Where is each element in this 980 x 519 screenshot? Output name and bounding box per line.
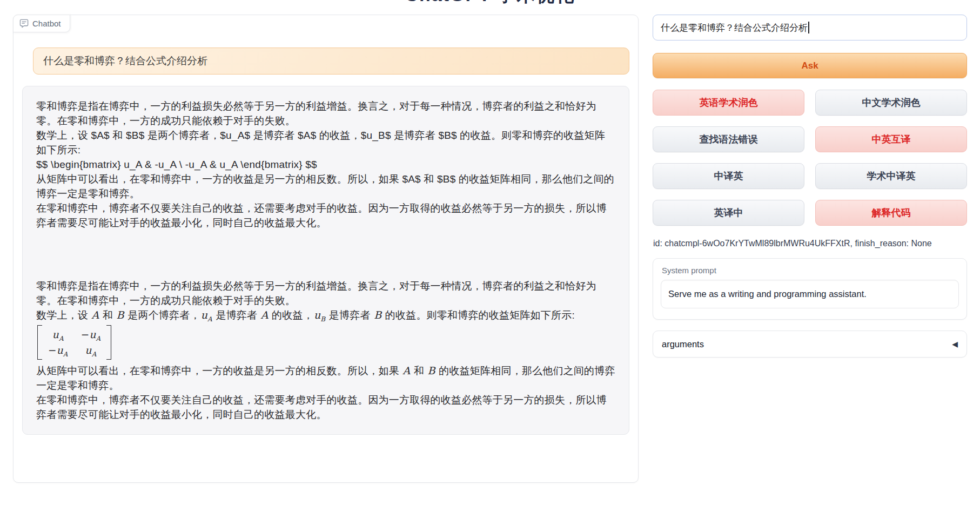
question-input[interactable]: 什么是零和博弈？结合公式介绍分析 <box>653 15 967 41</box>
quick-button-zh-to-en[interactable]: 中译英 <box>653 163 804 189</box>
matrix-cell: −uA <box>48 343 68 358</box>
collapse-arrow-icon: ◀ <box>952 340 958 348</box>
bot-paragraph-with-math: 从矩阵中可以看出，在零和博弈中，一方的收益是另一方的相反数。所以，如果 A 和 … <box>36 363 615 393</box>
chatbot-panel: Chatbot 什么是零和博弈？结合公式介绍分析 零和博弈是指在博弈中，一方的利… <box>13 15 639 483</box>
arguments-accordion-header[interactable]: arguments ◀ <box>653 331 967 358</box>
matrix-grid: uA−uA−uAuA <box>46 325 103 360</box>
system-prompt-group: System prompt Serve me as a writing and … <box>653 258 967 320</box>
system-prompt-label: System prompt <box>662 266 966 275</box>
chatbot-label: Chatbot <box>32 19 61 28</box>
page-title-clipped: ChatGPT 学术优化 <box>0 0 980 5</box>
bot-paragraph: 在零和博弈中，博弈者不仅要关注自己的收益，还需要考虑对手的收益。因为一方取得的收… <box>36 201 615 230</box>
bot-matrix-formula: uA−uA−uAuA <box>36 322 615 363</box>
matrix-cell: uA <box>81 343 101 358</box>
system-prompt-value: Serve me as a writing and programming as… <box>668 289 867 299</box>
bot-paragraph-with-math: 数学上，设 A 和 B 是两个博弈者，uA 是博弈者 A 的收益，uB 是博弈者… <box>36 308 615 322</box>
matrix-right-bracket <box>106 325 111 360</box>
matrix-cell: −uA <box>81 327 101 342</box>
matrix-left-bracket <box>37 325 42 360</box>
quick-button-en-to-zh[interactable]: 英译中 <box>653 200 804 226</box>
chat-bubble-icon <box>19 19 29 28</box>
matrix: uA−uA−uAuA <box>37 325 111 360</box>
matrix-cell: uA <box>48 327 68 342</box>
ask-button[interactable]: Ask <box>653 53 967 78</box>
bot-paragraph: 零和博弈是指在博弈中，一方的利益损失必然等于另一方的利益增益。换言之，对于每一种… <box>36 99 615 128</box>
quick-button-english-polish[interactable]: 英语学术润色 <box>653 90 804 116</box>
quick-button-chinese-polish[interactable]: 中文学术润色 <box>815 90 967 116</box>
bot-latex-source-line: $$ \begin{bmatrix} u_A & -u_A \ -u_A & u… <box>36 157 615 172</box>
quick-button-explain-code[interactable]: 解释代码 <box>815 200 967 226</box>
quick-button-academic-zh-to-en[interactable]: 学术中译英 <box>815 163 967 189</box>
bot-message-bubble: 零和博弈是指在博弈中，一方的利益损失必然等于另一方的利益增益。换言之，对于每一种… <box>22 86 629 435</box>
bot-paragraph: 数学上，设 $A$ 和 $B$ 是两个博弈者，$u_A$ 是博弈者 $A$ 的收… <box>36 128 615 157</box>
chatbot-label-chip: Chatbot <box>13 15 70 32</box>
page-title: ChatGPT 学术优化 <box>405 0 575 5</box>
bot-paragraph: 在零和博弈中，博弈者不仅要关注自己的收益，还需要考虑对手的收益。因为一方取得的收… <box>36 393 615 422</box>
user-message-bubble: 什么是零和博弈？结合公式介绍分析 <box>33 48 629 75</box>
question-input-value: 什么是零和博弈？结合公式介绍分析 <box>661 22 808 34</box>
user-message-text: 什么是零和博弈？结合公式介绍分析 <box>43 54 207 68</box>
bot-paragraph: 零和博弈是指在博弈中，一方的利益损失必然等于另一方的利益增益。换言之，对于每一种… <box>36 279 615 308</box>
quick-button-find-grammar-errors[interactable]: 查找语法错误 <box>653 126 804 152</box>
text-cursor <box>808 22 809 33</box>
quick-button-zh-en-mutual-translate[interactable]: 中英互译 <box>815 126 967 152</box>
system-prompt-input[interactable]: Serve me as a writing and programming as… <box>661 280 959 308</box>
response-status-line: id: chatcmpl-6wOo7KrYTwMl89lbrMWRu4UkFFX… <box>653 239 932 248</box>
bot-paragraph: 从矩阵中可以看出，在零和博弈中，一方的收益是另一方的相反数。所以，如果 $A$ … <box>36 172 615 201</box>
arguments-label: arguments <box>662 339 704 349</box>
blank-lines-gap <box>36 230 615 279</box>
app-root: ChatGPT 学术优化 Chatbot 什么是零和博弈？结合公式介绍分析 零和… <box>0 0 980 519</box>
chat-messages[interactable]: 什么是零和博弈？结合公式介绍分析 零和博弈是指在博弈中，一方的利益损失必然等于另… <box>22 48 629 435</box>
